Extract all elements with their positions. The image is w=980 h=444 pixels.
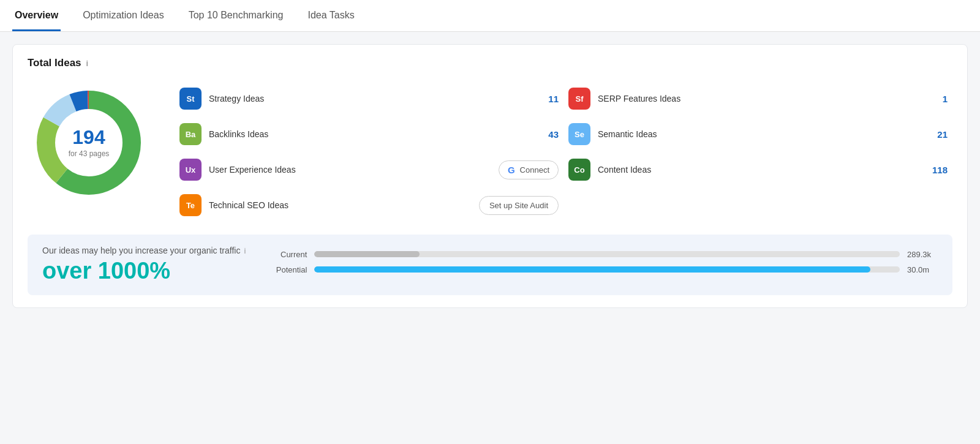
bar-row-potential: Potential 30.0m [270, 265, 938, 274]
traffic-headline-text: Our ideas may help you increase your org… [42, 246, 240, 255]
label-strategy: Strategy Ideas [209, 94, 533, 103]
label-semantic: Semantic Ideas [598, 129, 922, 139]
traffic-section: Our ideas may help you increase your org… [28, 235, 952, 295]
idea-row-technical: Te Technical SEO Ideas Set up Site Audit [175, 188, 564, 222]
bar-label-current: Current [270, 250, 307, 259]
tab-optimization-ideas[interactable]: Optimization Ideas [80, 0, 167, 31]
traffic-left: Our ideas may help you increase your org… [42, 246, 246, 284]
site-audit-button[interactable]: Set up Site Audit [479, 196, 559, 215]
badge-serp: Sf [568, 88, 590, 110]
badge-strategy: St [179, 88, 202, 110]
traffic-bars: Current 289.3k Potential 30.0m [270, 250, 938, 280]
bar-fill-current [314, 251, 420, 257]
bar-track-current [314, 251, 900, 257]
google-connect-button[interactable]: G Connect [499, 160, 559, 179]
ideas-column-left: St Strategy Ideas 11 Ba Backlinks Ideas … [175, 81, 564, 222]
bar-track-potential [314, 266, 900, 273]
idea-row-strategy: St Strategy Ideas 11 [175, 81, 564, 116]
title-info-icon: i [86, 59, 89, 68]
label-backlinks: Backlinks Ideas [209, 129, 533, 139]
bar-fill-potential [314, 266, 870, 273]
count-strategy: 11 [540, 94, 559, 104]
tab-idea-tasks[interactable]: Idea Tasks [305, 0, 356, 31]
traffic-headline: Our ideas may help you increase your org… [42, 246, 246, 255]
idea-row-serp: Sf SERP Features Ideas 1 [564, 81, 952, 116]
total-ideas-card: Total Ideas i [12, 44, 968, 308]
traffic-percent: over 1000% [42, 258, 246, 284]
donut-center: 194 for 43 pages [69, 127, 110, 158]
bar-label-potential: Potential [270, 265, 307, 274]
count-backlinks: 43 [540, 129, 559, 140]
bar-row-current: Current 289.3k [270, 250, 938, 259]
idea-row-content: Co Content Ideas 118 [564, 152, 952, 187]
card-title-text: Total Ideas [28, 57, 81, 69]
ideas-body: 194 for 43 pages St Strategy Ideas 11 [28, 81, 952, 222]
idea-row-semantic: Se Semantic Ideas 21 [564, 117, 952, 151]
donut-chart: 194 for 43 pages [28, 81, 150, 204]
idea-row-ux: Ux User Experience Ideas G Connect [175, 152, 564, 187]
connect-label: Connect [520, 165, 549, 175]
ideas-grid: St Strategy Ideas 11 Ba Backlinks Ideas … [175, 81, 952, 222]
badge-ux: Ux [179, 159, 202, 181]
count-serp: 1 [929, 94, 948, 104]
tab-bar: Overview Optimization Ideas Top 10 Bench… [0, 0, 980, 32]
bar-value-potential: 30.0m [907, 265, 938, 274]
count-semantic: 21 [929, 129, 948, 140]
badge-semantic: Se [568, 123, 590, 145]
label-ux: User Experience Ideas [209, 165, 491, 175]
donut-total: 194 [69, 127, 110, 147]
idea-row-backlinks: Ba Backlinks Ideas 43 [175, 117, 564, 151]
traffic-info-icon: i [244, 246, 246, 255]
label-serp: SERP Features Ideas [598, 94, 922, 103]
badge-technical: Te [179, 194, 202, 216]
donut-subtitle: for 43 pages [69, 149, 110, 158]
badge-content: Co [568, 159, 590, 181]
card-title-row: Total Ideas i [28, 57, 952, 69]
tab-overview[interactable]: Overview [12, 0, 61, 31]
ideas-column-right: Sf SERP Features Ideas 1 Se Semantic Ide… [564, 81, 952, 222]
bar-value-current: 289.3k [907, 250, 938, 259]
tab-top10-benchmarking[interactable]: Top 10 Benchmarking [186, 0, 286, 31]
main-content: Total Ideas i [0, 32, 980, 320]
count-content: 118 [929, 165, 948, 175]
google-g-letter: G [508, 165, 515, 175]
label-technical: Technical SEO Ideas [209, 200, 472, 210]
badge-backlinks: Ba [179, 123, 202, 145]
label-content: Content Ideas [598, 165, 922, 175]
